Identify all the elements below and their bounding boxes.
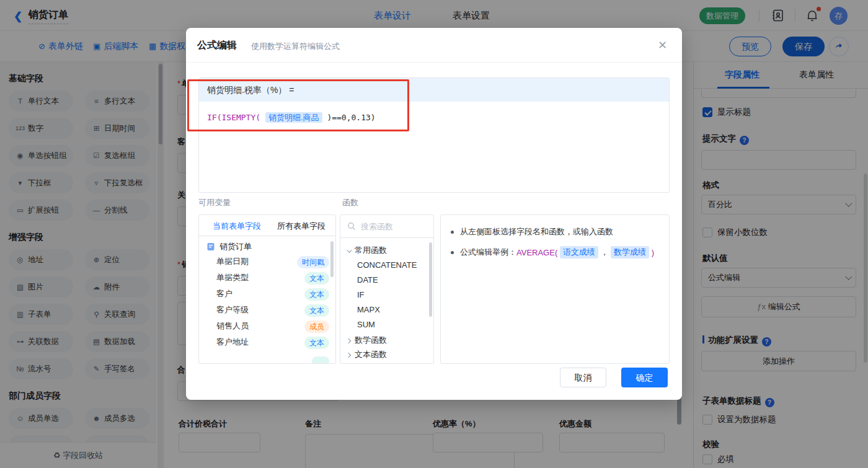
close-icon[interactable]: ✕ (658, 38, 667, 52)
function-group-text[interactable]: 文本函数 (347, 349, 387, 360)
field-type-badge: 文本 (304, 272, 329, 285)
example-close-paren: ) (652, 248, 654, 257)
field-type-badge: 成员 (304, 320, 329, 333)
chevron-down-icon (347, 247, 352, 252)
function-item[interactable]: MAPX (357, 305, 380, 314)
field-type-badge: 文本 (304, 304, 329, 317)
tab-all-form-fields[interactable]: 所有表单字段 (277, 221, 326, 232)
modal-subtitle: 使用数学运算符编辑公式 (251, 41, 340, 52)
variable-row[interactable]: 客户地址文本 (216, 337, 329, 350)
variable-row[interactable]: 单据类型文本 (216, 272, 329, 286)
bullet-icon (451, 231, 454, 234)
chevron-right-icon (346, 353, 351, 358)
formula-code-line[interactable]: IF(ISEMPTY( 销货明细.商品 )==0,0.13) (207, 112, 376, 123)
confirm-button[interactable]: 确定 (621, 368, 668, 387)
functions-scrollbar-thumb[interactable] (429, 242, 432, 317)
modal-header: 公式编辑 使用数学运算符编辑公式 ✕ (186, 28, 682, 63)
variable-row[interactable]: 销售人员成员 (216, 320, 329, 334)
variable-row-clipped (216, 356, 329, 364)
variable-row[interactable]: 单据日期时间戳 (216, 256, 329, 270)
field-type-badge: 时间戳 (297, 256, 329, 268)
field-type-badge: 文本 (304, 288, 329, 301)
function-item[interactable]: SUM (357, 320, 375, 329)
formula-edit-modal: 公式编辑 使用数学运算符编辑公式 ✕ 销货明细.税率（%） = IF(ISEMP… (186, 28, 682, 400)
help-line-2: 公式编辑举例：AVERAGE( 语文成绩 ， 数学成绩 ) (451, 246, 659, 258)
function-group-common[interactable]: 常用函数 (347, 245, 387, 256)
functions-panel: 搜索函数 常用函数 CONCATENATE DATE IF MAPX SUM 数… (340, 214, 434, 364)
function-item[interactable]: DATE (357, 275, 378, 285)
field-type-badge: 文本 (304, 337, 329, 349)
variables-panel: 当前表单字段 所有表单字段 销货订单 单据日期时间戳 单据类型文本 客户文本 客… (198, 214, 336, 364)
modal-title: 公式编辑 (197, 39, 237, 52)
formula-keyword: IF(ISEMPTY( (207, 113, 260, 122)
example-field-token: 数学成绩 (611, 246, 649, 258)
chevron-right-icon (346, 338, 351, 343)
example-field-token: 语文成绩 (560, 246, 598, 258)
search-icon (347, 222, 356, 231)
formula-target-line: 销货明细.税率（%） = (199, 78, 669, 102)
available-variables-label: 可用变量 (198, 197, 231, 208)
variables-tree-root[interactable]: 销货订单 (206, 241, 252, 252)
functions-label: 函数 (342, 197, 358, 208)
variables-scrollbar-thumb[interactable] (330, 241, 334, 277)
field-type-badge (312, 356, 329, 364)
formula-suffix: )==0,0.13) (327, 113, 375, 122)
bullet-icon (451, 251, 454, 254)
form-doc-icon (206, 242, 215, 251)
help-line-1: 从左侧面板选择字段名和函数，或输入函数 (451, 226, 659, 237)
variable-row[interactable]: 客户等级文本 (216, 304, 329, 318)
variable-row[interactable]: 客户文本 (216, 288, 329, 302)
function-search[interactable]: 搜索函数 (340, 215, 433, 238)
example-function-name: AVERAGE( (516, 248, 557, 257)
cancel-button[interactable]: 取消 (560, 368, 606, 387)
formula-field-token[interactable]: 销货明细.商品 (265, 112, 322, 123)
function-item[interactable]: CONCATENATE (357, 260, 417, 270)
formula-editor[interactable]: 销货明细.税率（%） = IF(ISEMPTY( 销货明细.商品 )==0,0.… (198, 77, 670, 193)
search-placeholder: 搜索函数 (361, 221, 393, 232)
tab-current-form-fields[interactable]: 当前表单字段 (213, 221, 261, 232)
help-panel: 从左侧面板选择字段名和函数，或输入函数 公式编辑举例：AVERAGE( 语文成绩… (440, 214, 670, 364)
variables-tabs: 当前表单字段 所有表单字段 (199, 215, 335, 236)
function-group-math[interactable]: 数学函数 (347, 335, 387, 346)
function-item[interactable]: IF (357, 290, 365, 299)
